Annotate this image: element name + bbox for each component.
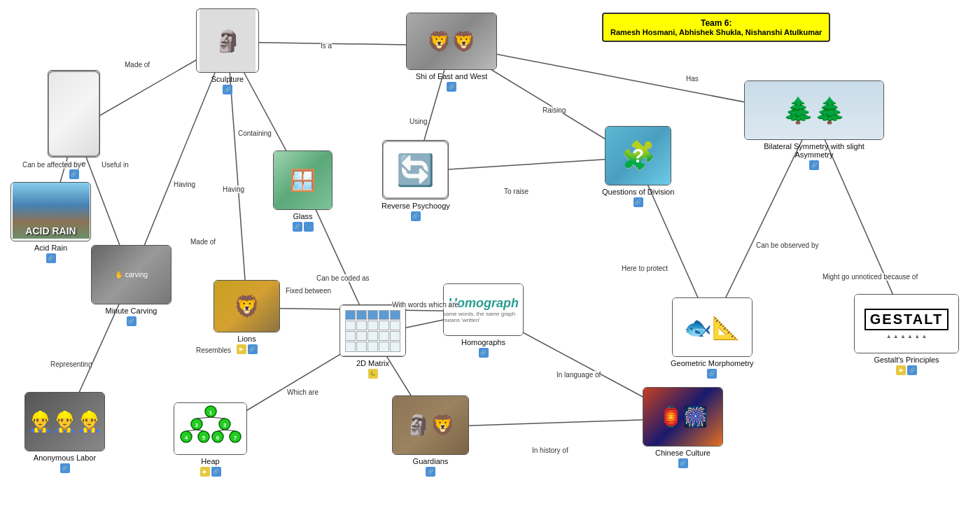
svg-text:5: 5: [202, 435, 205, 441]
acid-rain-icon-1[interactable]: 🔗: [46, 253, 56, 263]
questions-icon-1[interactable]: 🔗: [634, 197, 643, 207]
node-sculpture[interactable]: 🗿 Sculpture 🔗: [196, 8, 259, 94]
shi-label: Shi of East and West: [416, 72, 488, 80]
svg-line-32: [186, 430, 197, 431]
gestalt-icon-1[interactable]: ▶: [896, 365, 906, 375]
svg-text:1: 1: [209, 409, 212, 416]
heap-icon-1[interactable]: ▶: [200, 467, 210, 477]
node-geo-morph[interactable]: 🐟📐 Geometric Morphometry 🔗: [671, 297, 754, 379]
svg-text:3: 3: [223, 422, 226, 428]
node-bilateral[interactable]: 🌲🌲 Bilateral Symmetry with slight Asymme…: [744, 80, 884, 170]
node-guardians[interactable]: 🗿🦁 Guardians 🔗: [392, 395, 469, 477]
anon-labor-label: Anonymous Labor: [34, 454, 96, 462]
node-heap[interactable]: 1 2 3 4 5 6 7 Heap ▶ 🔗: [174, 402, 247, 477]
team-label: Team 6:: [610, 18, 822, 28]
minute-carving-label: Minute Carving: [106, 307, 158, 315]
matrix-label: 2D Matrix: [356, 359, 389, 367]
team-members: Ramesh Hosmani, Abhishek Shukla, Nishans…: [610, 28, 822, 36]
edge-label-made-of-2: Made of: [190, 238, 216, 246]
node-homograph[interactable]: Homograph same words, the same graph mea…: [443, 283, 524, 358]
lions-icon-2[interactable]: 🔗: [248, 344, 258, 354]
heap-label: Heap: [201, 457, 219, 465]
lions-icon-1[interactable]: ▶: [237, 344, 246, 354]
node-questions[interactable]: 🧩 ? Questions of Division 🔗: [602, 126, 674, 207]
edge-label-made-of-1: Made of: [125, 61, 150, 69]
sculpture-icon-1[interactable]: 🔗: [223, 85, 232, 94]
edge-label-here-to-protect: Here to protect: [622, 265, 668, 272]
node-reverse[interactable]: 🔄 Reverse Psychoogy 🔗: [382, 140, 450, 221]
edge-label-having-2: Having: [223, 185, 244, 193]
chinese-culture-icon-1[interactable]: 🔗: [678, 458, 688, 468]
node-matrix[interactable]: 2D Matrix 🐛: [340, 304, 406, 379]
svg-line-31: [211, 417, 225, 419]
svg-line-35: [225, 430, 235, 431]
geo-morph-label: Geometric Morphometry: [671, 359, 754, 367]
glass-icon-1[interactable]: 🔗: [293, 222, 302, 232]
edge-label-which-are: Which are: [287, 388, 318, 396]
edge-label-can-be-observed: Can be observed by: [756, 241, 819, 249]
chinese-culture-label: Chinese Culture: [655, 449, 710, 457]
guardians-label: Guardians: [413, 457, 449, 465]
edge-label-in-language: In language of: [556, 371, 601, 379]
edge-label-fixed-between: Fixed between: [286, 287, 331, 295]
geo-morph-icon-1[interactable]: 🔗: [707, 369, 717, 379]
team-info: Team 6: Ramesh Hosmani, Abhishek Shukla,…: [602, 13, 830, 42]
shi-icon-1[interactable]: 🔗: [447, 82, 456, 92]
node-glass[interactable]: 🪟 Glass 🔗 📎: [273, 150, 332, 232]
edge-label-having-1: Having: [174, 181, 195, 188]
lions-label: Lions: [237, 335, 255, 343]
edge-label-representing: Representing: [50, 360, 92, 368]
gestalt-label: Gestalt's Principles: [874, 356, 939, 364]
matrix-icon-1[interactable]: 🐛: [368, 369, 378, 379]
marble-icon-1[interactable]: 🔗: [69, 169, 79, 179]
homograph-label: Homographs: [461, 338, 505, 346]
heap-icon-2[interactable]: 🔗: [211, 467, 221, 477]
bilateral-icon-1[interactable]: 🔗: [809, 160, 819, 170]
edge-label-to-raise: To raise: [504, 188, 528, 195]
homograph-icon-1[interactable]: 🔗: [479, 348, 489, 358]
questions-label: Questions of Division: [602, 188, 674, 196]
svg-text:4: 4: [184, 435, 188, 441]
reverse-label: Reverse Psychoogy: [382, 202, 450, 210]
svg-line-33: [197, 430, 204, 431]
edge-label-containing: Containing: [238, 129, 272, 137]
gestalt-icon-2[interactable]: 🔗: [907, 365, 917, 375]
edge-label-in-history: In history of: [532, 447, 568, 454]
node-anon-labor[interactable]: 👷‍♂️👷‍♂️👷‍♂️ Anonymous Labor 🔗: [24, 392, 105, 473]
node-lions[interactable]: 🦁 Lions ▶ 🔗: [214, 280, 280, 354]
bilateral-label: Bilateral Symmetry with slight Asymmetry: [744, 142, 884, 159]
svg-text:6: 6: [216, 435, 219, 441]
node-gestalt[interactable]: GESTALT ▲ ▲ ▲ ▲ ▲ ▲ Gestalt's Principles…: [854, 294, 959, 375]
edge-label-raising: Raising: [542, 106, 566, 114]
marble-label: Marble: [62, 160, 86, 168]
minute-carving-icon-1[interactable]: 🔗: [127, 316, 136, 326]
concept-map-canvas: Team 6: Ramesh Hosmani, Abhishek Shukla,…: [0, 0, 980, 520]
svg-line-30: [197, 417, 211, 419]
anon-labor-icon-1[interactable]: 🔗: [60, 463, 70, 473]
reverse-icon-1[interactable]: 🔗: [411, 211, 421, 221]
node-chinese-culture[interactable]: 🏮🎆 Chinese Culture 🔗: [643, 387, 723, 468]
node-minute-carving[interactable]: ✋ carving Minute Carving 🔗: [91, 245, 172, 326]
edge-label-can-be-coded: Can be coded as: [316, 274, 370, 282]
svg-text:7: 7: [233, 435, 237, 441]
edge-label-is-a: Is a: [321, 42, 332, 50]
edge-label-useful-in: Useful in: [102, 161, 129, 169]
edge-label-using: Using: [410, 118, 428, 125]
edge-label-unnoticed: Might go unnoticed because of: [822, 273, 918, 281]
glass-icon-2[interactable]: 📎: [304, 222, 314, 232]
acid-rain-label: Acid Rain: [34, 244, 67, 252]
glass-label: Glass: [293, 212, 312, 220]
svg-text:2: 2: [195, 422, 198, 428]
guardians-icon-1[interactable]: 🔗: [426, 467, 435, 477]
node-acid-rain[interactable]: ACID RAIN Acid Rain 🔗: [10, 182, 91, 263]
edge-label-has: Has: [686, 75, 699, 83]
svg-line-34: [218, 430, 225, 431]
node-marble[interactable]: Marble 🔗: [48, 70, 100, 179]
sculpture-label: Sculpture: [211, 75, 244, 83]
node-shi[interactable]: 🦁🦁 Shi of East and West 🔗: [406, 13, 497, 92]
